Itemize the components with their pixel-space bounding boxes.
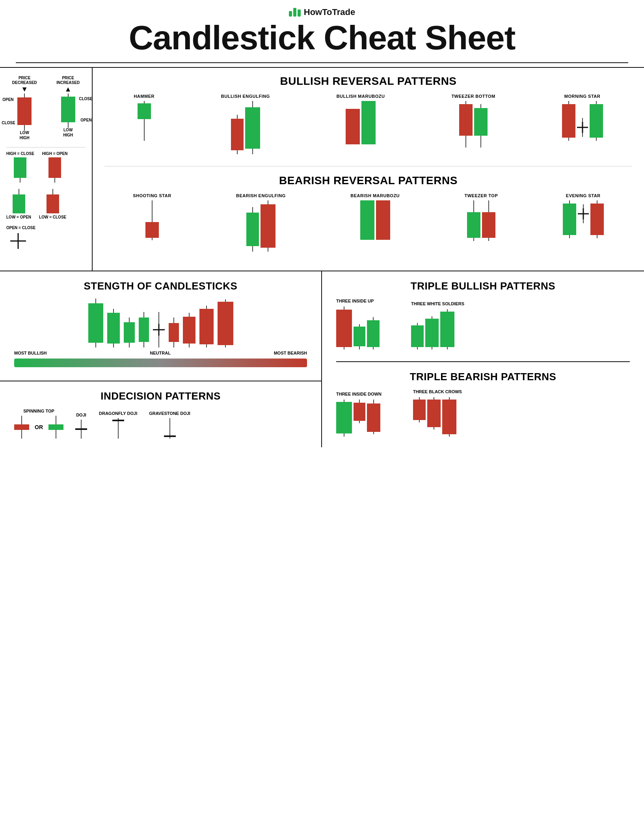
logo-bar-1 [289,11,292,17]
candle-high-close [14,157,26,178]
strength-candles-row [14,299,307,347]
pattern-hammer: HAMMER [134,94,154,154]
pattern-evening-star-label: EVENING STAR [566,193,601,198]
logo-bar-3 [298,9,301,17]
pattern-spinning-top: SPINNING TOP OR [14,409,63,439]
open-close-cross [10,233,26,249]
indecision-section: INDECISION PATTERNS SPINNING TOP OR [0,381,321,447]
pattern-tweezer-top: TWEEZER TOP [465,193,498,252]
page-title: Candlestick Cheat Sheet [0,20,644,55]
bottom-sections: STENGTH OF CANDLESTICKS [0,271,644,447]
pattern-three-inside-down: THREE INSIDE DOWN [336,392,382,437]
strength-title: STENGTH OF CANDLESTICKS [14,280,307,292]
gradient-bar [14,359,307,367]
bearish-section-title: BEARISH REVERSAL PATTERNS [104,174,632,187]
high-label-red: HIGH [20,136,30,140]
candle-body-red-legend: OPEN CLOSE [17,97,32,125]
top-divider [16,62,628,63]
low-label-red: LOW [15,131,34,135]
open-label: OPEN [2,97,13,102]
close-label-right: CLOSE [79,97,92,101]
candle-high-open [48,157,61,178]
pattern-bullish-marubozu: BULLISH MARUBOZU [337,94,385,154]
pattern-bullish-marubozu-label: BULLISH MARUBOZU [337,94,385,99]
pattern-bearish-marubozu: BEARISH MARUBOZU [350,193,400,252]
most-bearish-label: MOST BEARISH [274,351,307,355]
left-bottom-col: STENGTH OF CANDLESTICKS [0,271,322,447]
triple-bearish-title: TRIPLE BEARISH PATTERNS [336,371,630,383]
pattern-evening-star: EVENING STAR [563,193,604,252]
bullish-section-title: BULLISH REVERSAL PATTERNS [104,75,632,88]
triple-bearish-section: TRIPLE BEARISH PATTERNS THREE INSIDE DOW… [336,371,630,437]
pattern-tweezer-bottom-label: TWEEZER BOTTOM [451,94,495,99]
logo: HowToTrade [0,7,644,17]
pattern-shooting-star-label: SHOOTING STAR [133,193,171,198]
triple-bullish-section: TRIPLE BULLISH PATTERNS THREE INSIDE UP [336,280,630,349]
neutral-label: NEUTRAL [150,351,171,355]
logo-bar-2 [293,8,296,17]
pattern-bearish-engulfing: BEARISH ENGULFING [236,193,286,252]
low-open-item: LOW = OPEN [6,189,31,219]
open-close-item: OPEN = CLOSE [6,226,86,249]
triple-bullish-patterns: THREE INSIDE UP [336,299,630,349]
pattern-bullish-engulfing: BULLISH ENGULFING [221,94,270,154]
right-bottom-col: TRIPLE BULLISH PATTERNS THREE INSIDE UP [322,271,644,447]
high-close-item: HIGH = CLOSE [6,151,34,183]
pattern-bearish-marubozu-label: BEARISH MARUBOZU [350,193,400,198]
pattern-tweezer-bottom: TWEEZER BOTTOM [451,94,495,154]
strength-labels: MOST BULLISH NEUTRAL MOST BEARISH [14,351,307,355]
triple-bullish-title: TRIPLE BULLISH PATTERNS [336,280,630,292]
indecision-patterns-row: SPINNING TOP OR [14,409,307,439]
pattern-bearish-engulfing-label: BEARISH ENGULFING [236,193,286,198]
pattern-dragonfly-doji: DRAGONFLY DOJI [99,411,137,439]
triple-bearish-patterns: THREE INSIDE DOWN [336,389,630,437]
bullish-patterns-row: HAMMER BULLISH ENGULFING [104,94,632,154]
price-decreased-label: PRICE DECREASED ▼ OPEN CLOSE LOW HIGH [6,76,43,140]
bearish-patterns-row: SHOOTING STAR BEARISH ENGULFING [104,193,632,252]
wick-bottom-red [24,125,25,131]
legend-column: PRICE DECREASED ▼ OPEN CLOSE LOW HIGH [0,68,93,271]
candle-low-open [13,194,25,213]
price-increased-label: PRICE INCREASED ▲ CLOSE OPEN LOW HIGH [50,76,86,137]
low-close-item: LOW = CLOSE [39,189,66,219]
candle-low-close [47,194,59,213]
arrow-down-icon: ▼ [21,85,28,93]
header: HowToTrade Candlestick Cheat Sheet [0,0,644,58]
indecision-title: INDECISION PATTERNS [14,390,307,402]
wick-top-green [68,93,69,97]
pattern-shooting-star: SHOOTING STAR [133,193,171,252]
pattern-bullish-engulfing-label: BULLISH ENGULFING [221,94,270,99]
close-label-left: CLOSE [2,121,15,125]
pattern-doji: DOJI [75,413,87,439]
strength-section: STENGTH OF CANDLESTICKS [0,271,321,381]
patterns-column: BULLISH REVERSAL PATTERNS HAMMER BULLISH… [93,68,644,271]
high-label-green: HIGH [63,133,73,137]
pattern-gravestone-doji: GRAVESTONE DOJI [149,411,190,439]
wick-top-red [24,93,25,97]
logo-icon [289,8,301,17]
pattern-hammer-label: HAMMER [134,94,154,99]
pattern-tweezer-top-label: TWEEZER TOP [465,193,498,198]
pattern-morning-star-label: MORNING STAR [564,94,600,99]
pattern-three-inside-up: THREE INSIDE UP [336,299,380,349]
candle-body-green-legend: CLOSE OPEN [61,97,75,122]
wick-bottom-green [68,122,69,128]
high-open-item: HIGH = OPEN [42,151,68,183]
open-label-right: OPEN [80,118,91,122]
arrow-up-icon: ▲ [65,85,72,93]
low-equal-row: LOW = OPEN LOW = CLOSE [6,189,86,219]
most-bullish-label: MOST BULLISH [14,351,47,355]
logo-text: HowToTrade [304,7,355,17]
pattern-three-black-crows: THREE BLACK CROWS [413,389,462,437]
low-label-green: LOW [58,128,78,132]
high-equal-row: HIGH = CLOSE HIGH = OPEN [6,151,86,183]
top-content-grid: PRICE DECREASED ▼ OPEN CLOSE LOW HIGH [0,67,644,271]
pattern-three-white-soldiers: THREE WHITE SOLDIERS [411,301,464,349]
pattern-morning-star: MORNING STAR [562,94,603,154]
